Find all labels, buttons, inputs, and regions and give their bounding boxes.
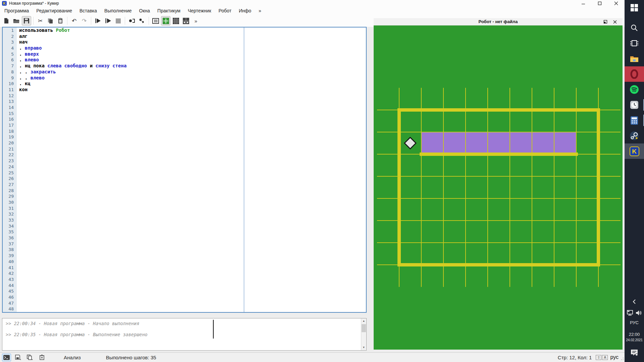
line-number: 10 (3, 81, 17, 87)
volume-icon[interactable] (636, 310, 642, 316)
code-area[interactable]: использовать Роботалгнач. вправо. вверх.… (17, 27, 366, 312)
open-file-button[interactable] (12, 16, 21, 25)
maximize-button[interactable] (593, 0, 606, 7)
code-line: . нц пока слева свободно и снизу стена (17, 63, 366, 69)
menu-item[interactable]: Инфо (235, 7, 255, 14)
menu-item[interactable]: Вставка (76, 7, 101, 14)
run-button[interactable] (93, 16, 103, 25)
painted-cell[interactable] (421, 132, 443, 154)
code-line (17, 105, 366, 111)
robot-window-toggle-button[interactable] (161, 16, 170, 25)
analysis-status: Анализ (64, 355, 81, 360)
search-icon (631, 24, 638, 32)
steps-executed-status: Выполнено шагов: 35 (106, 355, 156, 360)
clock-icon (630, 101, 639, 109)
courses-window-toggle-button[interactable] (181, 16, 191, 25)
robot-window: Робот - нет файла (374, 18, 623, 350)
run-steps-button[interactable] (103, 16, 113, 25)
copy-button[interactable] (46, 16, 55, 25)
open-folder-icon (13, 18, 20, 24)
painted-cell[interactable] (510, 132, 532, 154)
spotify-button[interactable] (625, 82, 644, 97)
line-number: 23 (3, 158, 17, 164)
line-number: 25 (3, 170, 17, 176)
robot-window-header[interactable]: Робот - нет файла (374, 18, 623, 25)
robot-window-float-button[interactable] (602, 19, 608, 24)
line-number: 7 (3, 63, 17, 69)
painted-cell[interactable] (532, 132, 554, 154)
code-line (17, 277, 366, 283)
minimize-button[interactable] (577, 0, 590, 7)
taskbar-search-button[interactable] (625, 20, 644, 36)
code-line: алг (17, 34, 366, 40)
line-number: 28 (3, 188, 17, 194)
close-button[interactable] (610, 0, 623, 7)
clock-app-button[interactable] (625, 97, 644, 113)
action-center-button[interactable] (625, 346, 644, 359)
resize-grip[interactable] (620, 356, 624, 360)
redo-button[interactable]: ↷ (79, 16, 89, 25)
painted-cell[interactable] (466, 132, 488, 154)
menu-item[interactable]: Окна (136, 7, 154, 14)
robot-window-close-button[interactable] (612, 19, 618, 24)
robot-field[interactable] (374, 25, 623, 350)
code-line (17, 306, 366, 312)
io-console[interactable]: ▲ ▼ >> 22:00:34 - Новая программа - Нача… (2, 318, 367, 351)
painted-cell[interactable] (488, 132, 510, 154)
save-icon (23, 18, 30, 24)
run-icon (95, 18, 101, 23)
robot-window-title: Робот - нет файла (374, 18, 623, 25)
network-icon[interactable] (627, 310, 634, 316)
drawer-window-toggle-button[interactable] (171, 16, 180, 25)
calculator-button[interactable] (625, 113, 644, 128)
kumir-taskbar-button[interactable]: K (625, 143, 644, 159)
new-file-button[interactable] (2, 16, 11, 25)
tray-time[interactable]: 22:00 (625, 332, 644, 337)
menu-item[interactable]: Выполнение (101, 7, 135, 14)
code-line (17, 116, 366, 122)
task-view-button[interactable] (625, 36, 644, 51)
save-console-button[interactable] (14, 354, 23, 361)
chevron-left-icon (633, 299, 636, 304)
steam-icon (630, 131, 639, 140)
menu-item[interactable]: Чертежник (184, 7, 215, 14)
cut-button[interactable]: ✂ (36, 16, 45, 25)
painted-cell[interactable] (443, 132, 466, 154)
undo-button[interactable]: ↶ (69, 16, 79, 25)
toolbar-overflow-button[interactable]: » (191, 16, 201, 25)
menu-item[interactable]: Редактирование (33, 7, 76, 14)
steam-button[interactable] (625, 128, 644, 143)
console-toggle-button[interactable] (2, 354, 11, 361)
io-window-toggle-button[interactable] (151, 16, 160, 25)
clear-console-button[interactable] (37, 354, 46, 361)
tray-language[interactable]: РУС (625, 320, 644, 325)
scroll-up-button[interactable]: ▲ (361, 318, 366, 324)
console-scrollbar[interactable]: ▲ ▼ (361, 318, 366, 350)
step-over-button[interactable] (127, 16, 137, 25)
step-into-button[interactable] (137, 16, 147, 25)
copy-console-button[interactable] (25, 354, 35, 361)
scrollbar-thumb[interactable] (362, 324, 366, 332)
save-file-button[interactable] (22, 16, 31, 25)
code-line: . вверх (17, 51, 366, 57)
tray-date[interactable]: 24.02.2021 (625, 338, 644, 342)
code-editor[interactable]: 1234567891011121314151617181920212223242… (2, 27, 367, 313)
tray-expand-button[interactable] (625, 297, 644, 306)
stop-button[interactable] (113, 16, 123, 25)
code-line (17, 253, 366, 259)
code-line (17, 199, 366, 205)
stop-icon (116, 18, 121, 23)
start-button[interactable] (625, 0, 644, 15)
paste-button[interactable] (56, 16, 65, 25)
menu-item[interactable]: Программа (1, 7, 33, 14)
menu-item[interactable]: Робот (215, 7, 235, 14)
line-number: 24 (3, 164, 17, 170)
code-line (17, 146, 366, 152)
file-explorer-button[interactable] (625, 51, 644, 66)
painted-cell[interactable] (554, 132, 576, 154)
menu-item[interactable]: Практикум (154, 7, 184, 14)
scroll-down-button[interactable]: ▼ (361, 345, 366, 350)
opera-button[interactable] (625, 66, 644, 82)
menu-item[interactable]: » (255, 7, 265, 14)
line-number: 30 (3, 199, 17, 205)
